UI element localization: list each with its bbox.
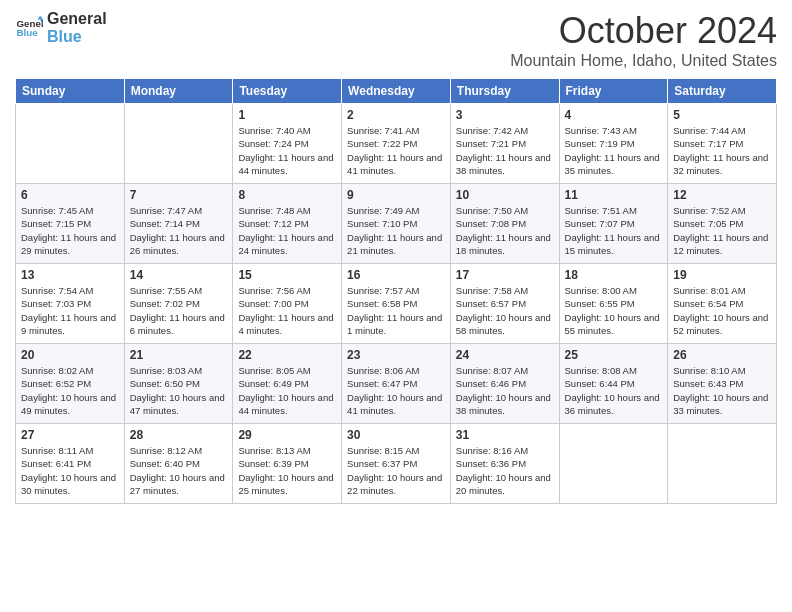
calendar-week-row: 13Sunrise: 7:54 AMSunset: 7:03 PMDayligh… — [16, 264, 777, 344]
day-number: 10 — [456, 188, 554, 202]
day-of-week-header: Thursday — [450, 79, 559, 104]
day-number: 13 — [21, 268, 119, 282]
calendar-cell: 4Sunrise: 7:43 AMSunset: 7:19 PMDaylight… — [559, 104, 668, 184]
calendar-week-row: 1Sunrise: 7:40 AMSunset: 7:24 PMDaylight… — [16, 104, 777, 184]
calendar-cell: 23Sunrise: 8:06 AMSunset: 6:47 PMDayligh… — [342, 344, 451, 424]
cell-sun-info: Sunrise: 8:06 AMSunset: 6:47 PMDaylight:… — [347, 364, 445, 417]
day-number: 18 — [565, 268, 663, 282]
calendar-cell: 25Sunrise: 8:08 AMSunset: 6:44 PMDayligh… — [559, 344, 668, 424]
day-of-week-header: Friday — [559, 79, 668, 104]
calendar-week-row: 6Sunrise: 7:45 AMSunset: 7:15 PMDaylight… — [16, 184, 777, 264]
calendar-cell: 10Sunrise: 7:50 AMSunset: 7:08 PMDayligh… — [450, 184, 559, 264]
cell-sun-info: Sunrise: 7:56 AMSunset: 7:00 PMDaylight:… — [238, 284, 336, 337]
cell-sun-info: Sunrise: 7:51 AMSunset: 7:07 PMDaylight:… — [565, 204, 663, 257]
cell-sun-info: Sunrise: 8:12 AMSunset: 6:40 PMDaylight:… — [130, 444, 228, 497]
cell-sun-info: Sunrise: 8:10 AMSunset: 6:43 PMDaylight:… — [673, 364, 771, 417]
cell-sun-info: Sunrise: 7:49 AMSunset: 7:10 PMDaylight:… — [347, 204, 445, 257]
day-number: 8 — [238, 188, 336, 202]
day-number: 14 — [130, 268, 228, 282]
cell-sun-info: Sunrise: 8:00 AMSunset: 6:55 PMDaylight:… — [565, 284, 663, 337]
cell-sun-info: Sunrise: 8:02 AMSunset: 6:52 PMDaylight:… — [21, 364, 119, 417]
day-number: 19 — [673, 268, 771, 282]
day-number: 21 — [130, 348, 228, 362]
calendar-cell: 7Sunrise: 7:47 AMSunset: 7:14 PMDaylight… — [124, 184, 233, 264]
cell-sun-info: Sunrise: 7:47 AMSunset: 7:14 PMDaylight:… — [130, 204, 228, 257]
day-number: 20 — [21, 348, 119, 362]
logo-text-blue: Blue — [47, 28, 107, 46]
cell-sun-info: Sunrise: 7:50 AMSunset: 7:08 PMDaylight:… — [456, 204, 554, 257]
logo: General Blue General Blue — [15, 10, 107, 45]
cell-sun-info: Sunrise: 8:11 AMSunset: 6:41 PMDaylight:… — [21, 444, 119, 497]
calendar-cell — [124, 104, 233, 184]
day-number: 22 — [238, 348, 336, 362]
cell-sun-info: Sunrise: 7:40 AMSunset: 7:24 PMDaylight:… — [238, 124, 336, 177]
calendar-cell: 21Sunrise: 8:03 AMSunset: 6:50 PMDayligh… — [124, 344, 233, 424]
day-number: 15 — [238, 268, 336, 282]
cell-sun-info: Sunrise: 7:57 AMSunset: 6:58 PMDaylight:… — [347, 284, 445, 337]
day-number: 26 — [673, 348, 771, 362]
calendar-cell: 22Sunrise: 8:05 AMSunset: 6:49 PMDayligh… — [233, 344, 342, 424]
calendar-cell: 19Sunrise: 8:01 AMSunset: 6:54 PMDayligh… — [668, 264, 777, 344]
day-number: 11 — [565, 188, 663, 202]
cell-sun-info: Sunrise: 7:52 AMSunset: 7:05 PMDaylight:… — [673, 204, 771, 257]
day-number: 12 — [673, 188, 771, 202]
cell-sun-info: Sunrise: 7:45 AMSunset: 7:15 PMDaylight:… — [21, 204, 119, 257]
cell-sun-info: Sunrise: 7:54 AMSunset: 7:03 PMDaylight:… — [21, 284, 119, 337]
calendar-cell: 13Sunrise: 7:54 AMSunset: 7:03 PMDayligh… — [16, 264, 125, 344]
day-of-week-header: Saturday — [668, 79, 777, 104]
cell-sun-info: Sunrise: 7:48 AMSunset: 7:12 PMDaylight:… — [238, 204, 336, 257]
day-number: 4 — [565, 108, 663, 122]
cell-sun-info: Sunrise: 8:01 AMSunset: 6:54 PMDaylight:… — [673, 284, 771, 337]
cell-sun-info: Sunrise: 8:03 AMSunset: 6:50 PMDaylight:… — [130, 364, 228, 417]
calendar-cell: 1Sunrise: 7:40 AMSunset: 7:24 PMDaylight… — [233, 104, 342, 184]
cell-sun-info: Sunrise: 7:44 AMSunset: 7:17 PMDaylight:… — [673, 124, 771, 177]
calendar-cell: 2Sunrise: 7:41 AMSunset: 7:22 PMDaylight… — [342, 104, 451, 184]
logo-text-general: General — [47, 10, 107, 28]
page-header: General Blue General Blue October 2024 M… — [15, 10, 777, 70]
calendar-cell: 9Sunrise: 7:49 AMSunset: 7:10 PMDaylight… — [342, 184, 451, 264]
day-number: 6 — [21, 188, 119, 202]
calendar-cell: 28Sunrise: 8:12 AMSunset: 6:40 PMDayligh… — [124, 424, 233, 504]
calendar-cell: 11Sunrise: 7:51 AMSunset: 7:07 PMDayligh… — [559, 184, 668, 264]
calendar-cell — [668, 424, 777, 504]
logo-icon: General Blue — [15, 14, 43, 42]
cell-sun-info: Sunrise: 7:58 AMSunset: 6:57 PMDaylight:… — [456, 284, 554, 337]
day-number: 1 — [238, 108, 336, 122]
calendar-cell: 27Sunrise: 8:11 AMSunset: 6:41 PMDayligh… — [16, 424, 125, 504]
day-number: 9 — [347, 188, 445, 202]
cell-sun-info: Sunrise: 8:16 AMSunset: 6:36 PMDaylight:… — [456, 444, 554, 497]
day-number: 17 — [456, 268, 554, 282]
day-of-week-header: Tuesday — [233, 79, 342, 104]
calendar-cell: 18Sunrise: 8:00 AMSunset: 6:55 PMDayligh… — [559, 264, 668, 344]
day-number: 16 — [347, 268, 445, 282]
calendar-week-row: 20Sunrise: 8:02 AMSunset: 6:52 PMDayligh… — [16, 344, 777, 424]
day-number: 3 — [456, 108, 554, 122]
calendar-cell — [559, 424, 668, 504]
calendar-cell: 6Sunrise: 7:45 AMSunset: 7:15 PMDaylight… — [16, 184, 125, 264]
calendar-table: SundayMondayTuesdayWednesdayThursdayFrid… — [15, 78, 777, 504]
cell-sun-info: Sunrise: 7:55 AMSunset: 7:02 PMDaylight:… — [130, 284, 228, 337]
cell-sun-info: Sunrise: 8:13 AMSunset: 6:39 PMDaylight:… — [238, 444, 336, 497]
calendar-cell: 31Sunrise: 8:16 AMSunset: 6:36 PMDayligh… — [450, 424, 559, 504]
cell-sun-info: Sunrise: 8:07 AMSunset: 6:46 PMDaylight:… — [456, 364, 554, 417]
title-block: October 2024 Mountain Home, Idaho, Unite… — [510, 10, 777, 70]
cell-sun-info: Sunrise: 8:08 AMSunset: 6:44 PMDaylight:… — [565, 364, 663, 417]
cell-sun-info: Sunrise: 7:42 AMSunset: 7:21 PMDaylight:… — [456, 124, 554, 177]
day-of-week-header: Sunday — [16, 79, 125, 104]
day-of-week-header: Monday — [124, 79, 233, 104]
cell-sun-info: Sunrise: 8:05 AMSunset: 6:49 PMDaylight:… — [238, 364, 336, 417]
day-number: 25 — [565, 348, 663, 362]
calendar-cell: 8Sunrise: 7:48 AMSunset: 7:12 PMDaylight… — [233, 184, 342, 264]
day-number: 29 — [238, 428, 336, 442]
calendar-body: 1Sunrise: 7:40 AMSunset: 7:24 PMDaylight… — [16, 104, 777, 504]
calendar-cell: 17Sunrise: 7:58 AMSunset: 6:57 PMDayligh… — [450, 264, 559, 344]
day-number: 7 — [130, 188, 228, 202]
day-number: 28 — [130, 428, 228, 442]
calendar-cell: 3Sunrise: 7:42 AMSunset: 7:21 PMDaylight… — [450, 104, 559, 184]
calendar-cell: 26Sunrise: 8:10 AMSunset: 6:43 PMDayligh… — [668, 344, 777, 424]
calendar-cell: 14Sunrise: 7:55 AMSunset: 7:02 PMDayligh… — [124, 264, 233, 344]
cell-sun-info: Sunrise: 7:41 AMSunset: 7:22 PMDaylight:… — [347, 124, 445, 177]
calendar-week-row: 27Sunrise: 8:11 AMSunset: 6:41 PMDayligh… — [16, 424, 777, 504]
calendar-cell: 24Sunrise: 8:07 AMSunset: 6:46 PMDayligh… — [450, 344, 559, 424]
calendar-cell — [16, 104, 125, 184]
